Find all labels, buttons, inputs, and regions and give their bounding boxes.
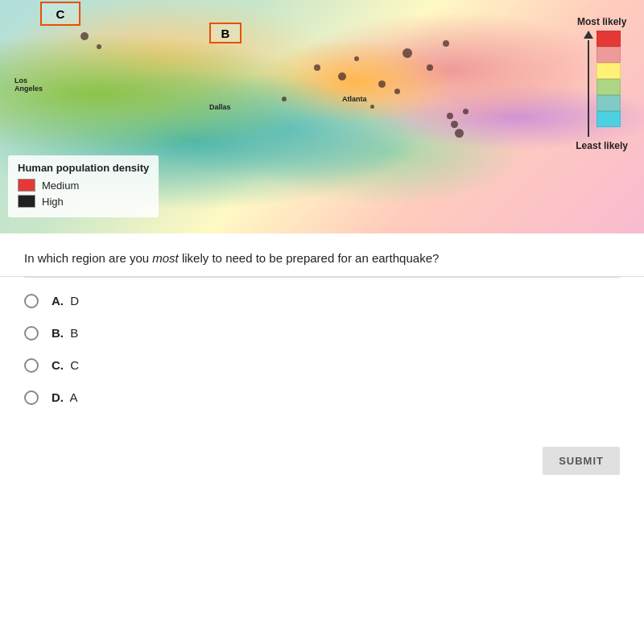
quake-bar-2 — [597, 47, 621, 63]
map-dot — [97, 44, 101, 49]
option-a-letter: A. — [52, 294, 64, 308]
option-c-letter: C. — [52, 358, 64, 372]
most-likely-label: Most likely — [577, 16, 626, 27]
map-dot — [282, 97, 287, 101]
city-atlanta: Atlanta — [342, 95, 367, 103]
option-d-label: D. A — [52, 390, 78, 404]
map-dot — [427, 64, 433, 71]
quake-arrow — [584, 31, 593, 137]
arrow-line — [588, 40, 589, 137]
page-container: C B LosAngeles Dallas Atlanta Human popu… — [0, 0, 644, 644]
map-section: C B LosAngeles Dallas Atlanta Human popu… — [0, 0, 644, 233]
quake-bar-4 — [597, 79, 621, 95]
submit-button[interactable]: SUBMIT — [543, 447, 620, 475]
map-dot — [314, 64, 320, 71]
region-b-label: B — [221, 27, 230, 40]
option-a-label: A. D — [52, 294, 79, 308]
map-dot — [378, 80, 386, 88]
submit-container: SUBMIT — [0, 439, 644, 499]
map-dot — [370, 105, 374, 109]
question-text-before: In which region are you — [24, 251, 152, 265]
quake-bar-container — [584, 31, 621, 137]
quake-bar-6 — [597, 111, 621, 127]
map-dot — [463, 109, 469, 114]
option-d[interactable]: D. A — [24, 390, 620, 405]
map-legend: Human population density Medium High — [8, 155, 159, 217]
arrow-up-icon — [584, 31, 593, 39]
map-dot — [338, 72, 346, 80]
map-dot — [455, 129, 464, 138]
options-section: A. D B. B C. C D. A — [0, 278, 644, 439]
quake-bar-1 — [597, 31, 621, 47]
map-dot — [443, 40, 449, 47]
region-c-box: C — [40, 2, 80, 26]
legend-medium: Medium — [18, 179, 149, 192]
option-c-value: C — [70, 358, 79, 372]
option-c-label: C. C — [52, 358, 79, 372]
map-dot — [402, 48, 412, 58]
option-c[interactable]: C. C — [24, 358, 620, 373]
region-c-label: C — [56, 7, 65, 21]
legend-medium-label: Medium — [42, 180, 79, 192]
legend-high: High — [18, 195, 149, 208]
quake-bar-3 — [597, 63, 621, 79]
radio-b[interactable] — [24, 326, 39, 341]
legend-high-label: High — [42, 196, 64, 208]
city-dallas: Dallas — [209, 103, 231, 111]
option-d-value: A — [70, 390, 78, 404]
city-los-angeles: LosAngeles — [14, 76, 43, 93]
option-a[interactable]: A. D — [24, 294, 620, 308]
option-d-letter: D. — [52, 390, 64, 404]
question-text: In which region are you most likely to n… — [24, 250, 620, 268]
question-text-after: likely to need to be prepared for an ear… — [179, 251, 440, 265]
region-b-box: B — [209, 23, 242, 43]
question-text-italic: most — [152, 251, 179, 265]
option-b[interactable]: B. B — [24, 326, 620, 341]
map-dot — [394, 89, 400, 94]
radio-c[interactable] — [24, 358, 39, 373]
least-likely-label: Least likely — [576, 140, 628, 151]
map-dot — [451, 121, 458, 128]
map-dot — [80, 32, 89, 40]
option-b-value: B — [70, 326, 78, 340]
map-dot — [447, 113, 453, 119]
map-dot — [354, 56, 359, 61]
quake-bars — [597, 31, 621, 127]
quake-legend: Most likely Least likely — [576, 16, 628, 151]
legend-high-color — [18, 195, 35, 208]
option-a-value: D — [70, 294, 79, 308]
legend-title: Human population density — [18, 162, 149, 174]
radio-a[interactable] — [24, 294, 39, 308]
radio-d[interactable] — [24, 390, 39, 405]
legend-medium-color — [18, 179, 35, 192]
quake-bar-5 — [597, 95, 621, 111]
option-b-letter: B. — [52, 326, 64, 340]
option-b-label: B. B — [52, 326, 78, 340]
question-section: In which region are you most likely to n… — [0, 233, 644, 277]
